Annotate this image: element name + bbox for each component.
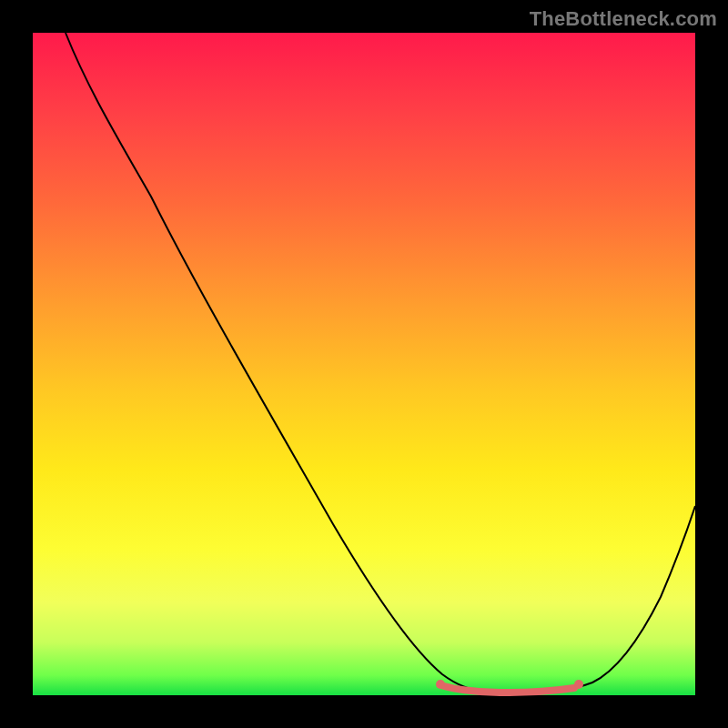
svg-point-0: [436, 680, 445, 689]
curve-layer: [33, 33, 695, 695]
optimal-zone-marker: [436, 680, 583, 693]
watermark-text: TheBottleneck.com: [530, 7, 717, 31]
chart-frame: TheBottleneck.com: [0, 0, 728, 728]
svg-point-1: [574, 680, 583, 689]
bottleneck-curve: [66, 33, 695, 693]
